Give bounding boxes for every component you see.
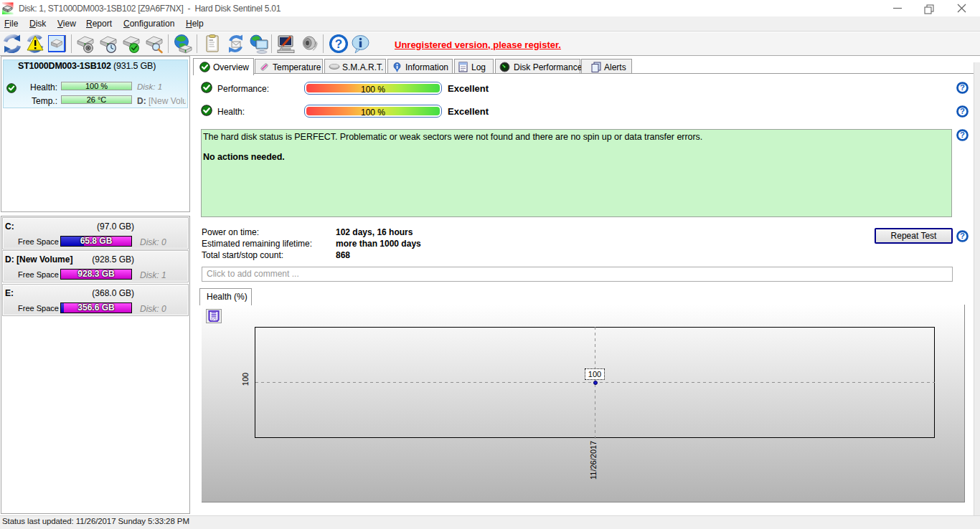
svg-text:?: ? <box>960 83 965 92</box>
svg-text:?: ? <box>335 37 342 51</box>
svg-text:?: ? <box>960 107 965 115</box>
svg-text:?: ? <box>960 130 965 139</box>
svg-text:?: ? <box>960 232 965 240</box>
